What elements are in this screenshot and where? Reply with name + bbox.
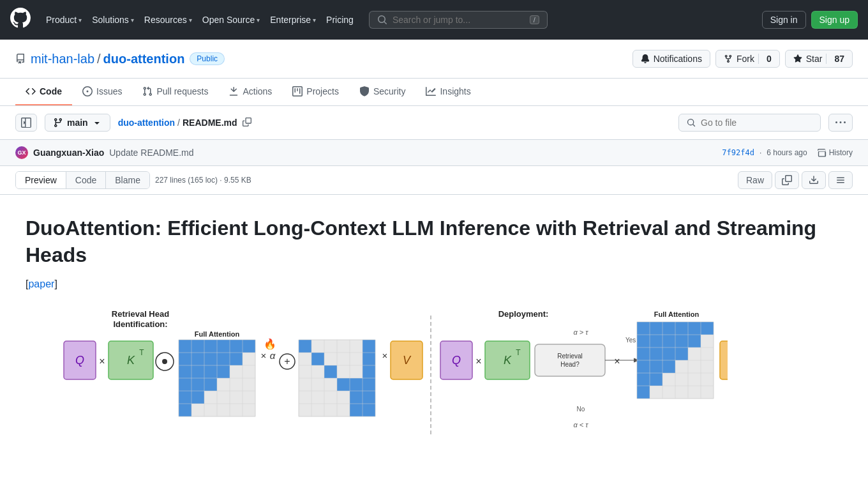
- svg-rect-121: [637, 386, 650, 399]
- svg-text:Q: Q: [75, 354, 84, 367]
- nav-links: Product ▾ Solutions ▾ Resources ▾ Open S…: [41, 11, 359, 29]
- breadcrumb-file: README.md: [183, 118, 237, 128]
- list-view-btn[interactable]: [828, 171, 853, 189]
- file-header: main duo-attention / README.md: [0, 106, 868, 140]
- more-options-btn[interactable]: [828, 114, 853, 132]
- tab-pullrequests[interactable]: Pull requests: [132, 79, 218, 105]
- readme-title: DuoAttention: Efficient Long-Context LLM…: [26, 215, 842, 268]
- svg-text:K: K: [504, 354, 512, 367]
- tab-security[interactable]: Security: [349, 79, 416, 105]
- view-tabs: Preview Code Blame: [15, 171, 150, 189]
- tab-pullrequests-label: Pull requests: [156, 86, 208, 96]
- svg-rect-102: [650, 322, 662, 335]
- nav-resources[interactable]: Resources ▾: [139, 11, 197, 29]
- tab-projects[interactable]: Projects: [282, 79, 349, 105]
- tab-issues[interactable]: Issues: [72, 79, 132, 105]
- search-input[interactable]: [393, 15, 525, 25]
- svg-text:🔥: 🔥: [264, 338, 276, 350]
- notifications-btn[interactable]: Notifications: [632, 50, 710, 68]
- tab-actions[interactable]: Actions: [218, 79, 282, 105]
- repo-icon: [15, 54, 26, 64]
- branch-chevron: [92, 118, 102, 128]
- commit-time-sep: ·: [760, 148, 761, 157]
- search-icon: [377, 15, 387, 25]
- star-btn[interactable]: Star 87: [785, 50, 853, 68]
- copy-file-btn[interactable]: [775, 171, 799, 189]
- repo-name-link[interactable]: duo-attention: [103, 52, 185, 66]
- svg-text:Identification:: Identification:: [113, 319, 167, 329]
- svg-rect-110: [675, 335, 688, 347]
- svg-text:×: ×: [475, 356, 481, 367]
- svg-rect-22: [217, 353, 230, 365]
- repo-org-link[interactable]: mit-han-lab: [31, 52, 94, 66]
- svg-text:Yes: Yes: [625, 337, 636, 344]
- search-shortcut: /: [530, 15, 539, 24]
- branch-selector[interactable]: main: [45, 114, 110, 132]
- star-icon: [793, 54, 802, 63]
- branch-icon: [53, 118, 63, 128]
- svg-rect-24: [179, 365, 191, 378]
- security-tab-icon: [359, 86, 370, 96]
- nav-solutions[interactable]: Solutions ▾: [87, 11, 139, 29]
- download-file-btn[interactable]: [802, 171, 826, 189]
- copy-path-btn[interactable]: [240, 116, 254, 130]
- history-btn[interactable]: History: [818, 148, 853, 157]
- nav-product[interactable]: Product ▾: [41, 11, 87, 29]
- blame-tab[interactable]: Blame: [106, 172, 149, 188]
- repo-actions: Notifications Fork 0 Star 87: [632, 50, 853, 68]
- svg-text:×: ×: [382, 350, 388, 361]
- search-box[interactable]: /: [369, 11, 548, 29]
- file-search-input[interactable]: [701, 118, 812, 128]
- paper-link[interactable]: paper: [28, 278, 54, 289]
- svg-rect-63: [350, 391, 363, 404]
- svg-rect-16: [217, 340, 230, 353]
- svg-text:α < τ: α < τ: [574, 421, 589, 429]
- svg-text:No: No: [577, 406, 585, 413]
- tab-code[interactable]: Code: [15, 79, 72, 105]
- svg-rect-64: [363, 391, 375, 404]
- commit-author[interactable]: Guangxuan-Xiao: [33, 148, 104, 158]
- svg-rect-33: [179, 404, 191, 416]
- pr-tab-icon: [142, 86, 153, 96]
- nav-opensource[interactable]: Open Source ▾: [197, 11, 266, 29]
- file-search[interactable]: [678, 114, 821, 132]
- nav-pricing[interactable]: Pricing: [321, 11, 359, 29]
- svg-rect-26: [204, 365, 217, 378]
- readme-paper-link-line: [paper]: [26, 278, 842, 290]
- svg-text:Full Attention: Full Attention: [654, 310, 700, 318]
- sidebar-toggle[interactable]: [15, 114, 37, 132]
- fork-label: Fork: [737, 54, 754, 64]
- svg-rect-21: [204, 353, 217, 365]
- github-logo[interactable]: [10, 8, 31, 33]
- sign-in-button[interactable]: Sign in: [762, 11, 806, 29]
- svg-rect-54: [299, 340, 311, 353]
- fork-btn[interactable]: Fork 0: [715, 50, 780, 68]
- svg-text:T: T: [516, 348, 521, 357]
- preview-tab[interactable]: Preview: [16, 172, 66, 188]
- code-view-tab[interactable]: Code: [66, 172, 106, 188]
- issues-tab-icon: [82, 86, 93, 96]
- tab-code-label: Code: [40, 86, 62, 96]
- svg-rect-107: [637, 335, 650, 347]
- svg-rect-32: [191, 391, 204, 404]
- tab-insights[interactable]: Insights: [415, 79, 481, 105]
- svg-rect-62: [363, 378, 375, 391]
- nav-enterprise[interactable]: Enterprise ▾: [265, 11, 321, 29]
- svg-rect-111: [688, 335, 701, 347]
- tab-insights-label: Insights: [440, 86, 470, 96]
- commit-hash[interactable]: 7f92f4d: [722, 148, 754, 157]
- raw-btn[interactable]: Raw: [738, 171, 772, 189]
- svg-rect-20: [191, 353, 204, 365]
- breadcrumb-repo[interactable]: duo-attention: [118, 118, 175, 128]
- fork-count: 0: [758, 54, 779, 64]
- code-tab-icon: [26, 86, 36, 96]
- sign-up-button[interactable]: Sign up: [811, 11, 858, 29]
- svg-text:×: ×: [614, 356, 620, 367]
- svg-rect-14: [191, 340, 204, 353]
- svg-text:Deployment:: Deployment:: [498, 309, 549, 319]
- svg-text:α: α: [270, 350, 276, 361]
- architecture-diagram: Retrieval Head Identification: Q × K T F…: [26, 303, 728, 456]
- svg-text:T: T: [139, 348, 144, 357]
- repo-header: mit-han-lab / duo-attention Public Notif…: [0, 40, 868, 79]
- projects-tab-icon: [292, 86, 303, 96]
